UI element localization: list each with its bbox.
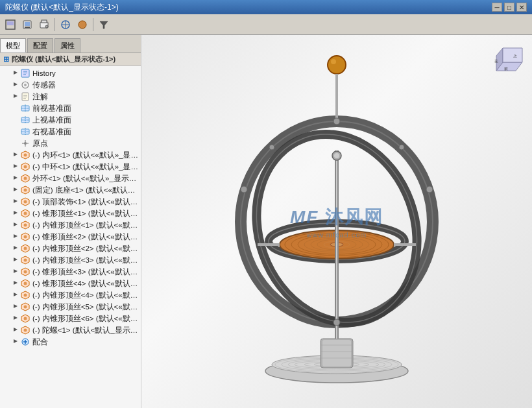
svg-point-70 bbox=[24, 270, 27, 274]
view-cube[interactable]: 前 左 上 bbox=[487, 42, 526, 80]
toolbar-btn-2[interactable] bbox=[19, 17, 35, 32]
svg-text:左: 左 bbox=[494, 59, 498, 63]
feature-icon bbox=[20, 243, 30, 254]
title-buttons[interactable]: ─ □ ✕ bbox=[492, 3, 527, 12]
tree-toggle-icon[interactable] bbox=[13, 210, 19, 217]
toolbar-btn-3[interactable] bbox=[36, 17, 52, 32]
tree-item-label: 注解 bbox=[32, 92, 48, 102]
svg-point-52 bbox=[24, 200, 27, 204]
tree-toggle-icon[interactable] bbox=[13, 93, 19, 100]
feature-icon bbox=[20, 185, 30, 195]
svg-point-128 bbox=[333, 118, 340, 125]
svg-point-58 bbox=[24, 224, 27, 227]
svg-marker-50 bbox=[14, 199, 18, 203]
tree-toggle-icon[interactable] bbox=[13, 339, 19, 345]
tree-toggle-icon[interactable] bbox=[13, 245, 19, 252]
tree-item-label: (-) 内锥形顶丝<5> (默认<«默认»_ bbox=[32, 302, 138, 312]
tab-property[interactable]: 属性 bbox=[54, 38, 80, 53]
tree-item[interactable]: (-) 内锥形顶丝<6> (默认<«默认»_ bbox=[0, 313, 141, 324]
tree-item-label: (-) 内锥形顶丝<3> (默认<«默认»_ bbox=[32, 256, 138, 265]
svg-marker-71 bbox=[14, 281, 18, 285]
tree-item[interactable]: 上视基准面 bbox=[0, 114, 141, 126]
tree-item[interactable]: (-) 锥形顶丝<2> (默认<«默认»_显示 bbox=[0, 231, 141, 243]
tree-toggle-icon[interactable] bbox=[13, 163, 19, 170]
tab-model[interactable]: 模型 bbox=[0, 38, 26, 53]
tree-toggle-icon[interactable] bbox=[13, 82, 19, 88]
tree-toggle-icon[interactable] bbox=[13, 304, 19, 310]
toolbar-btn-5[interactable] bbox=[75, 17, 90, 32]
tree-toggle-icon[interactable] bbox=[13, 128, 19, 135]
tree-item[interactable]: (-) 内环<1> (默认<«默认»_显示状态 bbox=[0, 149, 141, 161]
tree-item[interactable]: 配合 bbox=[0, 336, 141, 348]
tree-item[interactable]: (-) 锥形顶丝<1> (默认<«默认»_显示 bbox=[0, 208, 141, 219]
svg-rect-1 bbox=[7, 21, 14, 25]
svg-point-82 bbox=[24, 317, 27, 320]
tree-toggle-icon[interactable] bbox=[13, 315, 19, 322]
svg-point-43 bbox=[24, 165, 27, 169]
tree-toggle-icon[interactable] bbox=[13, 292, 19, 298]
tree-toggle-icon[interactable] bbox=[13, 222, 19, 228]
svg-marker-65 bbox=[14, 258, 18, 261]
tree-toggle-icon[interactable] bbox=[13, 70, 19, 77]
svg-marker-83 bbox=[14, 328, 18, 331]
tree-item[interactable]: 前视基准面 bbox=[0, 102, 141, 114]
tree-item[interactable]: (-) 内锥形顶丝<1> (默认<«默认»_ bbox=[0, 219, 141, 231]
tree-item[interactable]: (固定) 底座<1> (默认<«默认»_显示状态 bbox=[0, 184, 141, 196]
tree-item[interactable]: (-) 中环<1> (默认<«默认»_显示状态 bbox=[0, 161, 141, 173]
tree-toggle-icon[interactable] bbox=[13, 105, 19, 112]
tree-toggle-icon[interactable] bbox=[13, 280, 19, 287]
tree-toggle-icon[interactable] bbox=[13, 187, 19, 193]
tree-toggle-icon[interactable] bbox=[13, 234, 19, 240]
tree-item-label: (-) 内锥形顶丝<4> (默认<«默认»_ bbox=[32, 291, 138, 300]
tree-item[interactable]: 原点 bbox=[0, 138, 141, 149]
tree-item-label: 右视基准面 bbox=[32, 127, 71, 137]
plane-icon bbox=[20, 126, 30, 137]
gyroscope-view bbox=[207, 53, 466, 390]
tab-config[interactable]: 配置 bbox=[27, 38, 53, 53]
tree-item[interactable]: (-) 内锥形顶丝<4> (默认<«默认»_ bbox=[0, 289, 141, 301]
svg-point-37 bbox=[24, 142, 27, 145]
tree-toggle-icon[interactable] bbox=[13, 175, 19, 182]
tree-item[interactable]: (-) 锥形顶丝<3> (默认<«默认»_显示 bbox=[0, 266, 141, 278]
tree-item[interactable]: (-) 内锥形顶丝<3> (默认<«默认»_ bbox=[0, 254, 141, 266]
plane-icon bbox=[20, 115, 30, 125]
tree-toggle-icon[interactable] bbox=[13, 269, 19, 275]
tree-toggle-icon[interactable] bbox=[13, 327, 19, 333]
tree-toggle-icon[interactable] bbox=[13, 152, 19, 158]
maximize-button[interactable]: □ bbox=[504, 3, 514, 12]
tree-item[interactable]: 外环<1> (默认<«默认»_显示状态 1> bbox=[0, 173, 141, 184]
tree-item-label: History bbox=[32, 69, 56, 77]
close-button[interactable]: ✕ bbox=[516, 3, 527, 12]
tree-item-label: (-) 锥形顶丝<3> (默认<«默认»_显示 bbox=[32, 267, 138, 277]
svg-point-122 bbox=[334, 153, 339, 158]
tree-item[interactable]: 右视基准面 bbox=[0, 126, 141, 138]
tree-item[interactable]: (-) 顶部装饰<1> (默认<«默认»_显示 bbox=[0, 196, 141, 208]
tree-area[interactable]: History传感器注解前视基准面上视基准面右视基准面原点(-) 内环<1> (… bbox=[0, 66, 141, 408]
tree-toggle-icon[interactable] bbox=[13, 198, 19, 205]
tree-item-label: 原点 bbox=[32, 139, 48, 149]
toolbar-btn-1[interactable] bbox=[3, 17, 18, 32]
tree-item[interactable]: (-) 锥形顶丝<4> (默认<«默认»_显示 bbox=[0, 278, 141, 289]
tree-toggle-icon[interactable] bbox=[13, 117, 19, 123]
tree-item[interactable]: (-) 陀螺<1> (默认<默认_显示状态-1> bbox=[0, 324, 141, 336]
tree-item-label: (-) 陀螺<1> (默认<默认_显示状态-1> bbox=[32, 326, 138, 335]
feature-icon bbox=[20, 208, 30, 219]
filter-button[interactable] bbox=[96, 17, 112, 32]
tree-item-label: (-) 锥形顶丝<2> (默认<«默认»_显示 bbox=[32, 232, 138, 242]
tree-toggle-icon[interactable] bbox=[13, 257, 19, 263]
tree-item[interactable]: (-) 内锥形顶丝<5> (默认<«默认»_ bbox=[0, 301, 141, 313]
tree-item[interactable]: History bbox=[0, 67, 141, 79]
tree-toggle-icon[interactable] bbox=[13, 140, 19, 147]
toolbar-btn-4[interactable] bbox=[58, 17, 73, 32]
panel-header-icon: ⊞ bbox=[3, 55, 9, 64]
tree-item[interactable]: (-) 内锥形顶丝<2> (默认<«默认»_ bbox=[0, 243, 141, 254]
tree-item[interactable]: 注解 bbox=[0, 91, 141, 102]
minimize-button[interactable]: ─ bbox=[492, 3, 502, 12]
svg-rect-22 bbox=[22, 93, 29, 101]
view-area[interactable]: MF 沐风网 www.mfcad.com 前 左 上 bbox=[141, 35, 532, 408]
tree-item[interactable]: 传感器 bbox=[0, 79, 141, 91]
svg-marker-77 bbox=[14, 304, 18, 308]
tree-item-label: (-) 顶部装饰<1> (默认<«默认»_显示 bbox=[32, 197, 138, 207]
note-icon bbox=[20, 91, 30, 102]
svg-marker-80 bbox=[14, 316, 18, 320]
